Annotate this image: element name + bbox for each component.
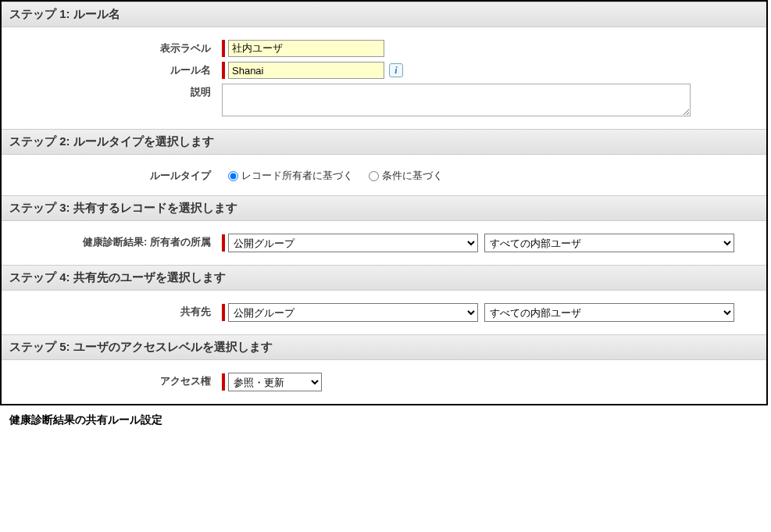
rule-name-row: ルール名 i xyxy=(11,62,757,79)
step5-header: ステップ 5: ユーザのアクセスレベルを選択します xyxy=(2,334,766,360)
required-indicator-icon xyxy=(222,304,225,321)
description-row: 説明 xyxy=(11,84,757,116)
share-with-type-select[interactable]: 公開グループ xyxy=(228,303,478,322)
owner-membership-row: 健康診断結果: 所有者の所属 公開グループ すべての内部ユーザ xyxy=(11,234,757,252)
step1-header: ステップ 1: ルール名 xyxy=(2,2,766,27)
rule-type-row: ルールタイプ レコード所有者に基づく 条件に基づく xyxy=(11,167,757,183)
access-level-select[interactable]: 参照・更新 xyxy=(228,373,322,391)
owner-membership-label: 健康診断結果: 所有者の所属 xyxy=(11,234,222,249)
display-label-label: 表示ラベル xyxy=(11,40,222,55)
access-row: アクセス権 参照・更新 xyxy=(11,373,757,391)
display-label-input[interactable] xyxy=(228,40,384,57)
share-with-label: 共有先 xyxy=(11,303,222,319)
description-textarea[interactable] xyxy=(222,84,691,116)
owner-group-type-select[interactable]: 公開グループ xyxy=(228,234,478,252)
info-icon[interactable]: i xyxy=(389,63,403,77)
required-indicator-icon xyxy=(222,40,225,57)
display-label-row: 表示ラベル xyxy=(11,40,757,57)
description-label: 説明 xyxy=(11,84,222,99)
share-with-row: 共有先 公開グループ すべての内部ユーザ xyxy=(11,303,757,322)
step3-body: 健康診断結果: 所有者の所属 公開グループ すべての内部ユーザ xyxy=(2,221,766,265)
share-with-value-select[interactable]: すべての内部ユーザ xyxy=(484,303,734,322)
required-indicator-icon xyxy=(222,234,225,252)
page-caption: 健康診断結果の共有ルール設定 xyxy=(0,405,771,435)
step2-body: ルールタイプ レコード所有者に基づく 条件に基づく xyxy=(2,155,766,195)
rule-type-label: ルールタイプ xyxy=(11,167,222,183)
criteria-based-radio[interactable] xyxy=(369,171,379,181)
step4-body: 共有先 公開グループ すべての内部ユーザ xyxy=(2,291,766,334)
required-indicator-icon xyxy=(222,373,225,391)
owner-based-radio-label: レコード所有者に基づく xyxy=(241,169,353,183)
step4-header: ステップ 4: 共有先のユーザを選択します xyxy=(2,265,766,291)
rule-name-label: ルール名 xyxy=(11,62,222,77)
owner-group-value-select[interactable]: すべての内部ユーザ xyxy=(484,234,734,252)
step2-header: ステップ 2: ルールタイプを選択します xyxy=(2,129,766,155)
owner-based-radio[interactable] xyxy=(228,171,238,181)
step5-body: アクセス権 参照・更新 xyxy=(2,360,766,404)
access-label: アクセス権 xyxy=(11,373,222,388)
required-indicator-icon xyxy=(222,62,225,79)
step1-body: 表示ラベル ルール名 i 説明 xyxy=(2,27,766,129)
rule-name-input[interactable] xyxy=(228,62,384,79)
criteria-based-radio-label: 条件に基づく xyxy=(382,169,443,183)
form-frame: ステップ 1: ルール名 表示ラベル ルール名 i 説明 ステップ 2: ルール… xyxy=(0,0,768,405)
step3-header: ステップ 3: 共有するレコードを選択します xyxy=(2,195,766,221)
